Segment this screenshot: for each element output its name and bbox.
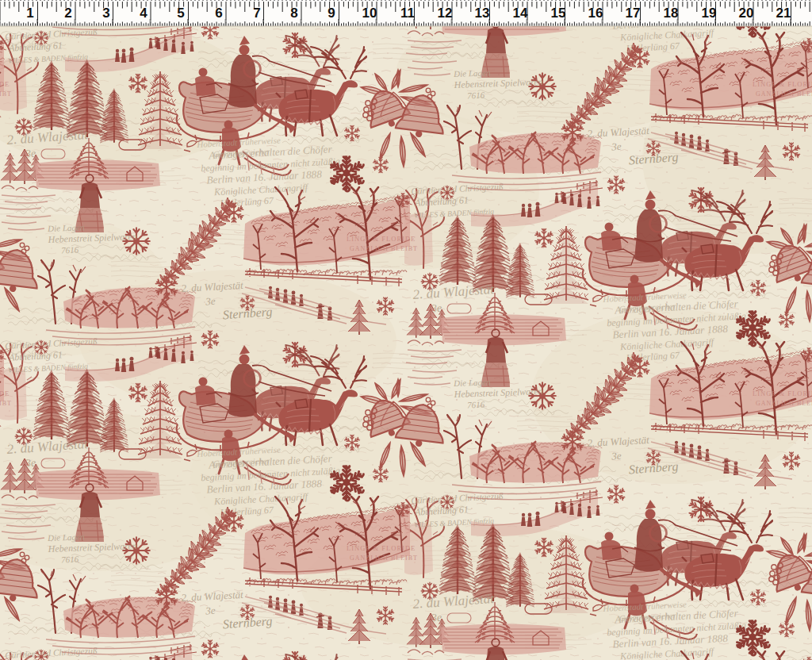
svg-text:4: 4	[140, 6, 147, 21]
svg-text:7: 7	[253, 6, 260, 21]
svg-text:8: 8	[290, 6, 297, 21]
svg-text:21: 21	[776, 6, 791, 21]
svg-text:15: 15	[551, 6, 566, 21]
svg-text:5: 5	[177, 6, 184, 21]
svg-text:12: 12	[438, 6, 453, 21]
svg-text:3: 3	[102, 6, 109, 21]
svg-text:17: 17	[626, 6, 641, 21]
svg-text:10: 10	[362, 6, 377, 21]
svg-text:9: 9	[327, 6, 335, 21]
svg-text:16: 16	[588, 6, 603, 21]
svg-text:13: 13	[475, 6, 490, 21]
svg-text:19: 19	[702, 6, 717, 21]
svg-text:6: 6	[215, 6, 222, 21]
svg-text:20: 20	[739, 6, 754, 21]
svg-text:18: 18	[664, 6, 679, 21]
svg-text:11: 11	[400, 6, 415, 21]
svg-text:14: 14	[513, 6, 528, 21]
svg-text:2: 2	[64, 6, 71, 21]
svg-text:1: 1	[26, 6, 33, 21]
